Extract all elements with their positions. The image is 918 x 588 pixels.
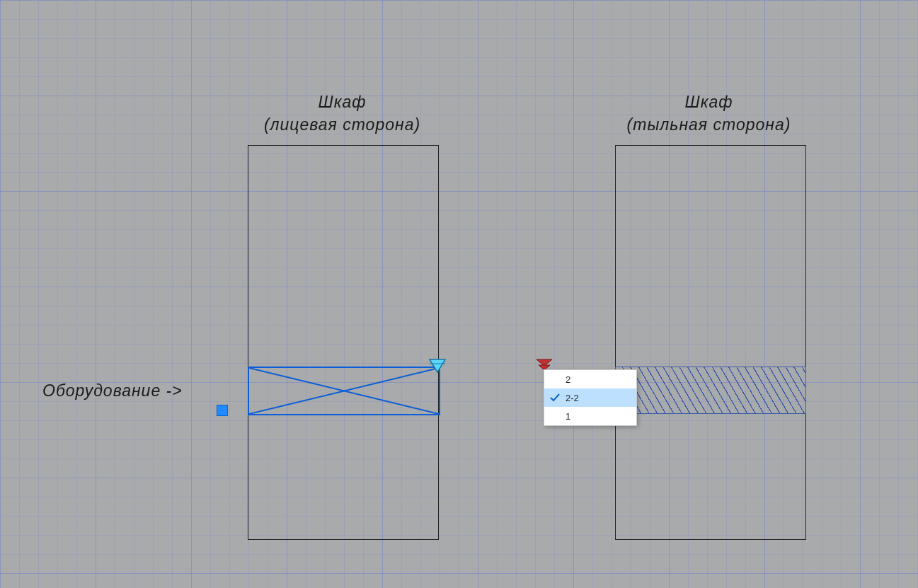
drawing-canvas[interactable]: Шкаф (лицевая сторона) Шкаф (тыльная сто… — [0, 0, 918, 588]
cabinet-back-label: Шкаф (тыльная сторона) — [600, 91, 817, 136]
selection-grip[interactable] — [217, 405, 228, 416]
marker-triangle-blue-icon[interactable] — [428, 358, 447, 374]
cabinet-back-label-line2: (тыльная сторона) — [600, 113, 817, 136]
cabinet-back-label-line1: Шкаф — [600, 91, 817, 113]
equipment-front-selected[interactable] — [248, 367, 440, 415]
cabinet-front-label: Шкаф (лицевая сторона) — [234, 91, 451, 136]
menu-item-2-2[interactable]: 2-2 — [544, 388, 636, 407]
cabinet-front[interactable] — [248, 145, 439, 540]
context-menu[interactable]: 2 2-2 1 — [544, 369, 637, 426]
cabinet-front-label-line1: Шкаф — [234, 91, 451, 113]
menu-item-label: 2 — [566, 374, 570, 385]
svg-marker-2 — [430, 359, 445, 372]
menu-item-label: 1 — [566, 411, 570, 422]
check-icon — [549, 392, 561, 403]
cabinet-back[interactable] — [615, 145, 806, 540]
cabinet-front-label-line2: (лицевая сторона) — [234, 113, 451, 136]
equipment-back[interactable] — [615, 367, 806, 414]
menu-item-label: 2-2 — [566, 393, 579, 403]
equipment-label: Оборудование -> — [42, 379, 183, 402]
menu-item-2[interactable]: 2 — [544, 370, 636, 388]
menu-item-1[interactable]: 1 — [544, 407, 636, 425]
hatch-fill — [616, 367, 805, 413]
equipment-x-icon — [249, 368, 439, 414]
